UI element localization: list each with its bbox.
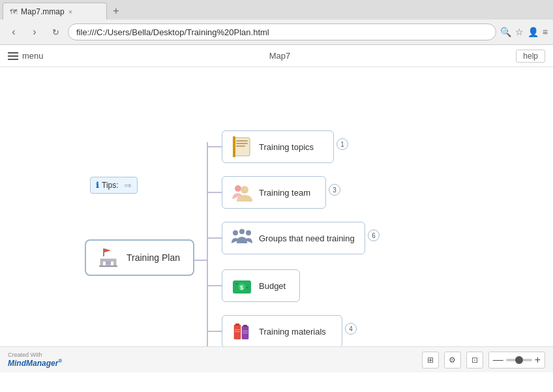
menu-label: menu — [22, 51, 44, 61]
tips-icon: ℹ — [96, 181, 99, 190]
training-plan-icon — [97, 246, 120, 269]
hamburger-icon — [8, 52, 18, 60]
central-node[interactable]: Training Plan — [85, 239, 194, 276]
svg-rect-19 — [233, 136, 235, 157]
tab-label: Map7.mmap — [21, 7, 65, 16]
svg-rect-28 — [235, 283, 238, 284]
groups-training-label: Groups that need training — [259, 234, 355, 243]
zoom-track[interactable] — [506, 359, 532, 361]
svg-point-24 — [246, 230, 251, 235]
svg-rect-14 — [99, 265, 117, 267]
budget-icon: $ — [230, 274, 254, 297]
settings-button[interactable]: ⚙ — [444, 352, 461, 369]
mindmanager-logo: Created With MindManager® — [8, 352, 62, 368]
svg-rect-33 — [243, 325, 247, 327]
svg-marker-9 — [104, 249, 111, 252]
address-bar-icons: 🔍 ☆ 👤 ≡ — [500, 27, 548, 37]
training-materials-label: Training materials — [259, 327, 326, 337]
svg-rect-31 — [235, 324, 239, 325]
zoom-minus-icon[interactable]: — — [493, 354, 503, 366]
forward-button[interactable]: › — [26, 23, 43, 40]
svg-rect-17 — [236, 143, 248, 144]
created-with-label: Created With — [8, 352, 62, 358]
browser-tab[interactable]: 🗺 Map7.mmap × — [3, 3, 107, 20]
new-tab-button[interactable]: + — [107, 3, 125, 20]
svg-point-21 — [241, 186, 248, 194]
brand-label: MindManager® — [8, 358, 62, 368]
browser-chrome: 🗺 Map7.mmap × + ‹ › ↻ 🔍 ☆ 👤 ≡ — [0, 0, 553, 45]
node-groups-training[interactable]: Groups that need training — [222, 222, 365, 254]
node-training-topics[interactable]: Training topics — [222, 130, 334, 163]
budget-label: Budget — [259, 281, 286, 291]
tab-icon: 🗺 — [10, 8, 17, 16]
app-title: Map7 — [44, 51, 516, 61]
svg-rect-13 — [106, 261, 111, 264]
bottom-bar: Created With MindManager® ⊞ ⚙ ⊡ — + — [0, 346, 553, 372]
search-icon: 🔍 — [500, 27, 511, 37]
tab-bar: 🗺 Map7.mmap × + — [0, 0, 553, 20]
training-topics-icon — [230, 135, 254, 158]
training-materials-icon — [230, 320, 254, 343]
svg-rect-36 — [243, 331, 248, 331]
zoom-thumb — [515, 356, 523, 364]
svg-rect-8 — [103, 249, 104, 256]
help-button[interactable]: help — [516, 50, 545, 63]
svg-text:$: $ — [240, 284, 243, 291]
tips-box: ℹ Tips: ⇒ — [90, 177, 138, 194]
profile-icon: 👤 — [528, 27, 539, 37]
tab-close-button[interactable]: × — [68, 8, 72, 16]
training-topics-label: Training topics — [259, 142, 314, 152]
zoom-plus-icon[interactable]: + — [535, 354, 541, 366]
svg-rect-34 — [235, 329, 240, 330]
tips-label: Tips: — [102, 181, 119, 190]
training-team-badge: 3 — [329, 184, 340, 196]
address-bar: ‹ › ↻ 🔍 ☆ 👤 ≡ — [0, 20, 553, 44]
expand-button[interactable]: ⊡ — [466, 352, 483, 369]
svg-rect-35 — [235, 331, 240, 332]
svg-rect-37 — [243, 333, 248, 333]
mind-map-canvas: ℹ Tips: ⇒ Training Plan — [0, 67, 553, 372]
svg-rect-16 — [236, 140, 248, 142]
reload-button[interactable]: ↻ — [47, 23, 64, 40]
menu-icon: ≡ — [543, 27, 548, 37]
groups-training-badge: 6 — [368, 230, 380, 241]
groups-training-icon — [230, 226, 254, 250]
svg-rect-29 — [246, 287, 248, 288]
svg-rect-18 — [236, 145, 245, 147]
menu-button[interactable]: menu — [8, 51, 44, 61]
svg-point-23 — [239, 229, 245, 234]
node-training-team[interactable]: Training team — [222, 176, 326, 209]
training-topics-badge: 1 — [336, 138, 348, 150]
svg-point-22 — [233, 230, 238, 235]
bottom-toolbar: ⊞ ⚙ ⊡ — + — [422, 352, 545, 369]
star-icon: ☆ — [515, 27, 524, 37]
central-node-label: Training Plan — [127, 252, 180, 263]
training-team-label: Training team — [259, 188, 310, 198]
back-button[interactable]: ‹ — [5, 23, 22, 40]
training-team-icon — [230, 181, 254, 204]
node-training-materials[interactable]: Training materials — [222, 315, 342, 348]
fit-view-button[interactable]: ⊞ — [422, 352, 439, 369]
training-materials-badge: 4 — [345, 323, 357, 335]
app-bar: menu Map7 help — [0, 45, 553, 67]
zoom-control: — + — [488, 352, 545, 369]
node-budget[interactable]: $ Budget — [222, 269, 300, 302]
tips-arrow-icon: ⇒ — [124, 180, 132, 190]
address-input[interactable] — [68, 23, 496, 40]
svg-point-20 — [235, 185, 241, 192]
